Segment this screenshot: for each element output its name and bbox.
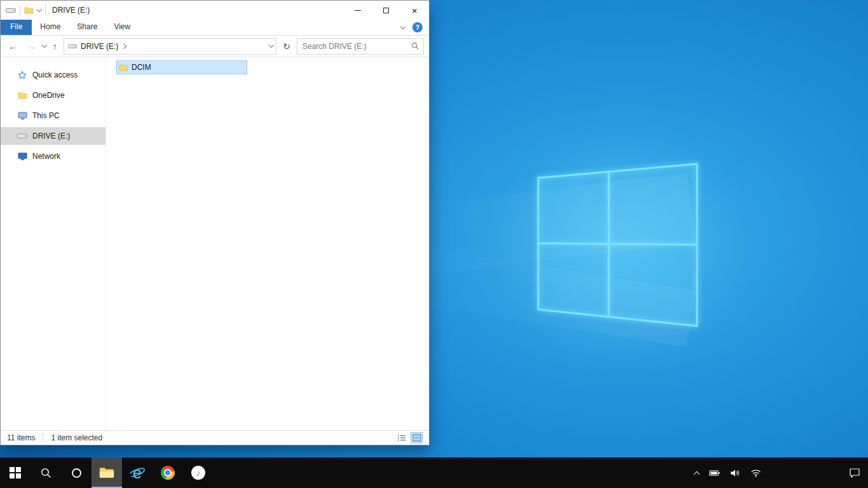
computer-icon bbox=[17, 112, 27, 120]
windows-logo-icon bbox=[10, 467, 21, 478]
ribbon-right-controls: ? bbox=[401, 20, 429, 35]
start-button[interactable] bbox=[0, 458, 31, 488]
cortana-icon bbox=[72, 468, 81, 478]
view-toggles bbox=[396, 433, 423, 443]
wifi-icon bbox=[750, 469, 761, 477]
file-list[interactable]: DCIM bbox=[106, 57, 429, 430]
separator bbox=[43, 433, 43, 442]
forward-button[interactable]: → bbox=[24, 40, 39, 52]
window-title: DRIVE (E:) bbox=[52, 6, 90, 15]
action-center-button[interactable] bbox=[848, 466, 862, 479]
search-icon[interactable] bbox=[411, 42, 419, 50]
navigation-pane: Quick access OneDrive This PC bbox=[1, 57, 106, 430]
tab-view[interactable]: View bbox=[105, 20, 139, 35]
drive-icon bbox=[17, 133, 27, 139]
chevron-up-icon bbox=[694, 471, 700, 477]
details-view-button[interactable] bbox=[396, 433, 407, 443]
main-area: Quick access OneDrive This PC bbox=[1, 57, 429, 430]
sidebar-item-onedrive[interactable]: OneDrive bbox=[1, 86, 105, 104]
details-view-icon bbox=[397, 434, 406, 442]
taskbar: e ♪ bbox=[0, 458, 868, 488]
close-icon: × bbox=[412, 6, 417, 15]
folder-icon[interactable] bbox=[24, 6, 34, 14]
search-icon bbox=[40, 467, 52, 479]
help-button[interactable]: ? bbox=[412, 22, 423, 32]
drive-icon bbox=[6, 8, 16, 13]
minimize-icon bbox=[355, 10, 361, 11]
separator bbox=[20, 6, 20, 15]
taskbar-search-button[interactable] bbox=[31, 458, 61, 488]
refresh-button[interactable]: ↻ bbox=[280, 41, 293, 51]
window-controls: × bbox=[343, 1, 429, 20]
internet-explorer-button[interactable]: e bbox=[122, 458, 153, 488]
address-dropdown-chevron-icon[interactable] bbox=[269, 43, 274, 48]
file-explorer-window: DRIVE (E:) × File Home Share View ? ← → … bbox=[0, 0, 430, 445]
items-count: 11 items bbox=[7, 433, 35, 442]
sidebar-item-label: OneDrive bbox=[32, 91, 65, 100]
ie-icon: e bbox=[128, 464, 146, 482]
sidebar-item-this-pc[interactable]: This PC bbox=[1, 107, 105, 125]
maximize-icon bbox=[383, 8, 389, 13]
up-button[interactable]: ↑ bbox=[50, 41, 60, 52]
folder-icon bbox=[17, 92, 27, 99]
itunes-button[interactable]: ♪ bbox=[183, 458, 214, 488]
history-chevron-icon[interactable] bbox=[42, 43, 47, 48]
action-center-icon bbox=[849, 468, 860, 478]
folder-icon bbox=[119, 64, 128, 71]
star-icon bbox=[17, 71, 27, 79]
file-item-name: DCIM bbox=[132, 63, 151, 72]
search-box[interactable] bbox=[297, 38, 424, 55]
network-icon bbox=[17, 152, 27, 161]
large-icons-view-icon bbox=[412, 434, 421, 442]
search-input[interactable] bbox=[301, 41, 409, 51]
tab-file[interactable]: File bbox=[1, 20, 32, 35]
chrome-button[interactable] bbox=[153, 458, 183, 488]
maximize-button[interactable] bbox=[372, 1, 400, 20]
sidebar-item-label: DRIVE (E:) bbox=[32, 132, 70, 140]
minimize-button[interactable] bbox=[343, 1, 372, 20]
expand-ribbon-chevron-icon[interactable] bbox=[400, 24, 405, 29]
ribbon-tabs: File Home Share View ? bbox=[1, 20, 429, 36]
windows-logo bbox=[531, 156, 709, 341]
taskbar-file-explorer-button[interactable] bbox=[92, 458, 122, 488]
qat-chevron-down-icon[interactable] bbox=[37, 6, 42, 11]
network-button[interactable] bbox=[749, 468, 763, 478]
sidebar-item-label: Quick access bbox=[32, 71, 78, 79]
drive-icon bbox=[68, 44, 77, 49]
speaker-icon bbox=[730, 469, 740, 477]
tab-share[interactable]: Share bbox=[69, 20, 105, 35]
breadcrumb-chevron-icon[interactable] bbox=[121, 43, 126, 48]
back-button[interactable]: ← bbox=[6, 40, 20, 52]
address-bar[interactable]: DRIVE (E:) bbox=[64, 38, 276, 55]
show-hidden-icons-button[interactable] bbox=[693, 468, 700, 478]
separator bbox=[45, 6, 46, 15]
large-icons-view-button[interactable] bbox=[411, 433, 423, 443]
itunes-icon: ♪ bbox=[191, 466, 205, 480]
selection-count: 1 item selected bbox=[51, 433, 102, 442]
system-tray bbox=[693, 458, 868, 488]
tab-home[interactable]: Home bbox=[32, 20, 69, 35]
sidebar-item-quick-access[interactable]: Quick access bbox=[1, 66, 105, 84]
close-button[interactable]: × bbox=[400, 1, 429, 20]
title-bar[interactable]: DRIVE (E:) × bbox=[1, 1, 429, 20]
sidebar-item-network[interactable]: Network bbox=[1, 147, 105, 165]
music-note-icon: ♪ bbox=[196, 468, 201, 478]
navigation-bar: ← → ↑ DRIVE (E:) ↻ bbox=[1, 36, 429, 57]
quick-access-toolbar: DRIVE (E:) bbox=[1, 6, 90, 15]
sidebar-item-drive-e[interactable]: DRIVE (E:) bbox=[1, 127, 105, 145]
sidebar-item-label: Network bbox=[32, 152, 60, 161]
breadcrumb[interactable]: DRIVE (E:) bbox=[81, 42, 118, 51]
chrome-icon bbox=[161, 466, 175, 480]
status-bar: 11 items 1 item selected bbox=[1, 430, 429, 445]
battery-icon bbox=[709, 470, 720, 477]
volume-button[interactable] bbox=[729, 468, 742, 478]
file-item-dcim[interactable]: DCIM bbox=[116, 60, 247, 74]
cortana-button[interactable] bbox=[61, 458, 92, 488]
battery-button[interactable] bbox=[708, 468, 721, 478]
folder-icon bbox=[99, 466, 114, 478]
sidebar-item-label: This PC bbox=[32, 111, 60, 120]
